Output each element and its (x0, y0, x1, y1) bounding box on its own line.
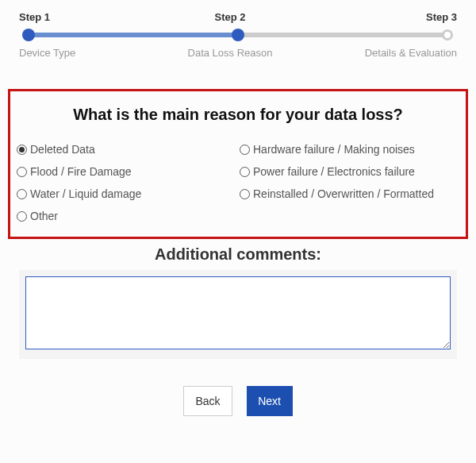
step-subtitle-3: Details & Evaluation (330, 47, 457, 59)
option-label: Deleted Data (30, 143, 95, 156)
option-label: Other (30, 210, 58, 222)
radio-icon (240, 167, 250, 177)
step-title-1: Step 1 (19, 11, 130, 23)
progress-stepper: Step 1 Step 2 Step 3 Device Type Data Lo… (19, 11, 457, 67)
back-button-label: Back (195, 395, 220, 407)
reason-option-other[interactable]: Other (17, 205, 236, 227)
step-titles-row: Step 1 Step 2 Step 3 (19, 11, 457, 23)
radio-icon (240, 145, 250, 155)
step-title-3: Step 3 (330, 11, 457, 23)
step-dot-2 (232, 29, 244, 41)
step-track (22, 28, 454, 42)
reason-options-grid: Deleted Data Hardware failure / Making n… (17, 138, 459, 227)
option-label: Hardware failure / Making noises (253, 143, 415, 156)
step-bar-incomplete (238, 33, 447, 37)
next-button[interactable]: Next (247, 386, 293, 416)
comments-textarea[interactable] (25, 276, 451, 349)
next-button-label: Next (258, 395, 281, 407)
reason-option-reinstalled[interactable]: Reinstalled / Overwritten / Formatted (240, 183, 459, 205)
reason-option-water-liquid[interactable]: Water / Liquid damage (17, 183, 236, 205)
radio-icon (17, 167, 27, 177)
reason-option-power-failure[interactable]: Power failure / Electronics failure (240, 160, 459, 183)
option-label: Water / Liquid damage (30, 187, 141, 200)
reason-option-deleted-data[interactable]: Deleted Data (17, 138, 236, 160)
step-title-2: Step 2 (167, 11, 294, 23)
data-loss-reason-group: What is the main reason for your data lo… (8, 89, 468, 239)
reason-option-flood-fire[interactable]: Flood / Fire Damage (17, 160, 236, 183)
comments-heading: Additional comments: (19, 245, 457, 264)
option-label: Reinstalled / Overwritten / Formatted (253, 187, 434, 200)
step-subtitles-row: Device Type Data Loss Reason Details & E… (19, 42, 457, 59)
step-bar-complete (29, 33, 238, 37)
radio-icon (17, 189, 27, 199)
wizard-buttons: Back Next (19, 386, 457, 416)
step-subtitle-1: Device Type (19, 47, 130, 59)
option-label: Power failure / Electronics failure (253, 165, 415, 178)
step-subtitle-2: Data Loss Reason (167, 47, 294, 59)
question-heading: What is the main reason for your data lo… (17, 106, 459, 124)
option-label: Flood / Fire Damage (30, 165, 132, 178)
radio-icon (240, 189, 250, 199)
page-root: Step 1 Step 2 Step 3 Device Type Data Lo… (0, 0, 476, 463)
radio-icon (17, 211, 27, 222)
comments-container (19, 270, 457, 359)
back-button[interactable]: Back (183, 386, 232, 416)
radio-icon (17, 145, 27, 155)
reason-option-hardware-failure[interactable]: Hardware failure / Making noises (240, 138, 459, 160)
step-dot-3 (442, 29, 453, 41)
step-dot-1 (22, 29, 35, 41)
